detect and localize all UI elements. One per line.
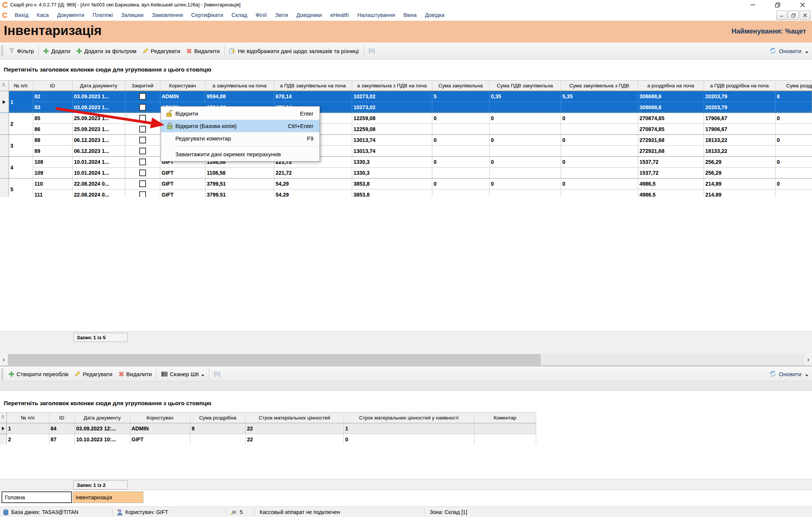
column-header[interactable]: Сума ПДВ закупівельна <box>489 81 561 91</box>
refresh-button[interactable]: Оновити <box>766 46 804 56</box>
horizontal-scrollbar[interactable]: ‹ › <box>0 354 812 366</box>
column-header[interactable]: Коментар <box>474 413 536 423</box>
closed-checkbox[interactable] <box>139 137 146 143</box>
recount-row[interactable]: 18403.09.2023 12:...ADMIN8221 <box>0 423 536 434</box>
menu-item-3[interactable]: Платежі <box>88 9 117 21</box>
inventory-row[interactable]: 8906.12.2023 1...13013,74272921,6818133,… <box>0 146 812 157</box>
column-chooser-button[interactable] <box>211 370 224 378</box>
menu-item-4[interactable]: Залишки <box>117 9 147 21</box>
column-header[interactable]: ID <box>33 81 72 91</box>
column-header[interactable]: Сума роздрібна <box>190 413 245 423</box>
restore-window-icon[interactable] <box>772 1 783 9</box>
column-header[interactable]: Дата документу <box>72 81 125 91</box>
tab-home[interactable]: Головна <box>2 491 72 503</box>
column-header[interactable]: а закупівельна на поча <box>205 81 274 91</box>
refresh-dropdown-caret-icon[interactable] <box>805 52 808 53</box>
column-header[interactable]: ID <box>49 413 75 423</box>
column-header[interactable]: Користувач <box>130 413 190 423</box>
header-indicator-cell[interactable] <box>0 81 9 91</box>
closed-cell <box>125 157 160 168</box>
column-header[interactable]: Закритий <box>125 81 160 91</box>
add-by-filter-button[interactable]: Додати за фільтром <box>73 46 140 56</box>
column-header[interactable]: № п/п <box>6 413 49 423</box>
menu-item-10[interactable]: Довідники <box>292 9 326 21</box>
cell-id: 88 <box>33 135 72 146</box>
cell-retail-start: 270874,85 <box>638 113 704 124</box>
scrollbar-thumb[interactable] <box>8 354 541 365</box>
recount-record-status-strip: Запис 1 із 2 <box>0 479 812 490</box>
hide-balances-toggle-button[interactable]: Не відображати дані щодо залишків та різ… <box>226 46 362 56</box>
closed-checkbox[interactable] <box>139 169 146 176</box>
context-menu-item-2[interactable]: Редагувати коментарF9 <box>161 132 319 145</box>
tab-inventory[interactable]: Інвентаризація <box>73 491 143 503</box>
context-menu-item-1[interactable]: Відкрити (Базова копія)Ctrl+Enter <box>161 120 319 132</box>
mdi-close-icon[interactable] <box>800 11 810 20</box>
menu-item-13[interactable]: Вікна <box>399 9 421 21</box>
column-header[interactable]: а роздрібна на поча <box>638 81 704 91</box>
column-header[interactable]: № п/п <box>9 81 33 91</box>
add-button[interactable]: Додати <box>40 46 73 56</box>
column-header[interactable]: Сума закупівельна з ПДВ <box>561 81 638 91</box>
menu-item-0[interactable]: Вихід <box>11 9 33 21</box>
inventory-row[interactable]: 18203.09.2023 1...ADMIN9594,88678,141027… <box>0 91 812 102</box>
closed-checkbox[interactable] <box>139 93 146 100</box>
menu-item-7[interactable]: Склад <box>227 9 251 21</box>
column-chooser-button[interactable] <box>365 47 378 55</box>
closed-checkbox[interactable] <box>139 159 146 165</box>
toolbar-grip[interactable] <box>1 368 3 380</box>
inventory-row[interactable]: 511022.08.2024 0...GIFT3799,5154,293853,… <box>0 178 812 189</box>
menu-item-11[interactable]: eHealth <box>326 9 353 21</box>
closed-checkbox[interactable] <box>139 148 146 154</box>
column-header[interactable]: Строк матеріальних цінностей <box>245 413 344 423</box>
column-header[interactable]: Користувач <box>160 81 205 91</box>
column-header[interactable]: а ПДВ роздрібна на поча <box>704 81 775 91</box>
delete-button[interactable]: Видалити <box>183 46 223 56</box>
inventory-row[interactable]: 11122.08.2024 0...GIFT3799,5154,293853,8… <box>0 189 812 197</box>
menu-item-9[interactable]: Звіти <box>271 9 292 21</box>
menu-item-12[interactable]: Налаштування <box>353 9 399 21</box>
edit-recount-button[interactable]: Редагувати <box>71 369 116 379</box>
minimize-window-icon[interactable] <box>747 1 759 9</box>
mdi-restore-icon[interactable] <box>788 11 799 20</box>
closed-checkbox[interactable] <box>139 115 146 122</box>
mdi-minimize-icon[interactable] <box>776 11 787 20</box>
column-header[interactable]: Дата документу <box>75 413 130 423</box>
column-header[interactable]: Сума роздрібн <box>775 81 812 91</box>
inventory-row[interactable]: 410810.01.2024 1...GIFT1108,58221,721330… <box>0 157 812 168</box>
refresh-button[interactable]: Оновити <box>766 369 804 379</box>
menu-item-6[interactable]: Сертифікати <box>187 9 227 21</box>
scroll-right-icon[interactable]: › <box>804 354 812 365</box>
inventory-row[interactable]: 28525.09.2023 1...12259,08000270874,8517… <box>0 113 812 124</box>
close-window-icon[interactable] <box>797 1 808 9</box>
column-header[interactable]: Сума закупівельна <box>432 81 489 91</box>
column-header[interactable]: а закупівельна з ПДВ на поча <box>352 81 432 91</box>
cell-sum-purch-vat <box>561 189 638 197</box>
closed-checkbox[interactable] <box>139 180 146 187</box>
scroll-left-icon[interactable]: ‹ <box>0 354 8 365</box>
filter-button[interactable]: Фільтр <box>6 46 37 56</box>
context-menu-item-4[interactable]: Завантажити дані окремих перерахунків <box>161 148 319 160</box>
barcode-scanner-button[interactable]: Сканер ШК <box>158 369 207 379</box>
inventory-row[interactable]: 38806.12.2023 1...13013,74000272921,6818… <box>0 135 812 146</box>
closed-checkbox[interactable] <box>139 191 146 197</box>
column-header[interactable]: Строк матеріальних цінностей у наявності <box>344 413 474 423</box>
menu-item-14[interactable]: Довідка <box>421 9 449 21</box>
delete-recount-button[interactable]: Видалити <box>116 369 155 379</box>
header-indicator-cell[interactable] <box>0 413 6 423</box>
menu-item-8[interactable]: Філії <box>251 9 271 21</box>
toolbar-grip[interactable] <box>1 45 3 56</box>
menu-item-5[interactable]: Замовлення <box>147 9 187 21</box>
recount-row[interactable]: 28710.10.2023 10:...GIFT220 <box>0 434 536 445</box>
closed-checkbox[interactable] <box>139 104 146 111</box>
menu-item-1[interactable]: Каса <box>33 9 53 21</box>
inventory-row[interactable]: 8303.09.2023 1...ADMIN9594,88678,1410273… <box>0 102 812 113</box>
edit-button[interactable]: Редагувати <box>140 46 184 56</box>
inventory-row[interactable]: 8625.09.2023 1...12259,08270874,8517906,… <box>0 124 812 135</box>
menu-item-2[interactable]: Документи <box>53 9 88 21</box>
inventory-row[interactable]: 10910.01.2024 1...GIFT1108,58221,721330,… <box>0 168 812 178</box>
create-recount-button[interactable]: Створити переоблік <box>6 369 71 379</box>
refresh-dropdown-caret-icon[interactable] <box>805 375 808 377</box>
column-header[interactable]: а ПДВ закупівельна на поча <box>274 81 352 91</box>
context-menu-item-0[interactable]: ВідкритиEnter <box>161 107 319 120</box>
closed-checkbox[interactable] <box>139 126 146 133</box>
